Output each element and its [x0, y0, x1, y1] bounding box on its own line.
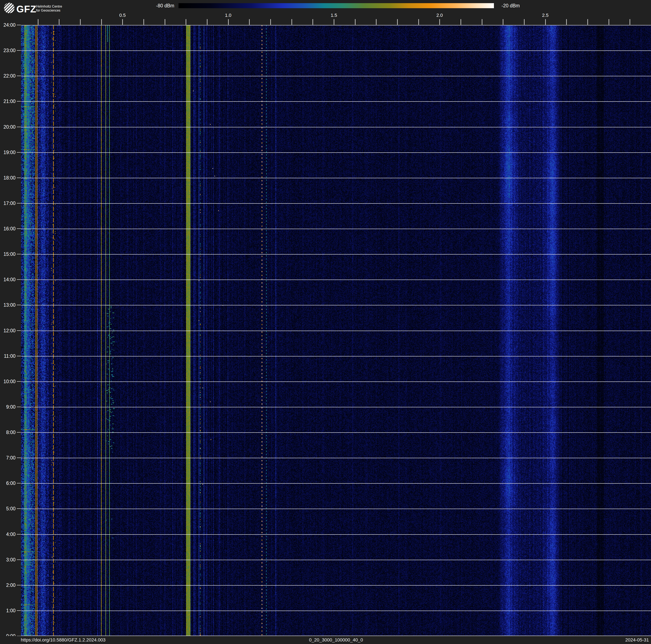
logo-tagline: Helmholtz Centre for Geosciences	[36, 4, 62, 12]
time-tick	[17, 585, 21, 585]
time-tick-label: 9:00	[0, 404, 16, 410]
time-tick	[17, 305, 21, 305]
time-tick	[17, 458, 21, 458]
colorbar-max-label: -20 dBm	[501, 3, 548, 8]
time-tick-label: 15:00	[0, 252, 16, 257]
time-tick-label: 18:00	[0, 175, 16, 180]
freq-minor-tick	[228, 19, 229, 25]
freq-minor-tick	[122, 19, 123, 25]
freq-minor-tick	[609, 19, 609, 25]
gfz-logo: GFZ Helmholtz Centre for Geosciences	[3, 2, 92, 15]
time-tick	[17, 610, 21, 611]
time-tick-label: 19:00	[0, 150, 16, 155]
footer: https://doi.org/10.5880/GFZ.1.2.2024.003…	[0, 636, 651, 644]
freq-tick-label: 1.5	[331, 12, 337, 18]
time-tick-label: 23:00	[0, 48, 16, 53]
time-tick	[17, 407, 21, 407]
spectrogram-canvas	[21, 25, 651, 636]
freq-minor-tick	[101, 19, 102, 25]
time-tick	[17, 381, 21, 382]
colorbar-min-label: -80 dBm	[134, 3, 174, 8]
time-tick-label: 13:00	[0, 302, 16, 308]
freq-tick-label: 2.5	[542, 12, 549, 18]
freq-minor-tick	[439, 19, 440, 25]
tagline-line2: for Geosciences	[36, 8, 62, 12]
freq-minor-tick	[207, 19, 208, 25]
time-tick	[17, 178, 21, 178]
freq-minor-tick	[524, 19, 525, 25]
freq-minor-tick	[376, 19, 376, 25]
freq-minor-tick	[312, 19, 313, 25]
time-tick	[17, 483, 21, 484]
freq-minor-tick	[80, 19, 81, 25]
time-tick-label: 11:00	[0, 353, 16, 359]
freq-minor-tick	[334, 19, 334, 25]
time-tick-label: 24:00	[0, 22, 16, 28]
time-tick	[17, 127, 21, 127]
freq-minor-tick	[291, 19, 292, 25]
time-tick	[17, 330, 21, 331]
freq-minor-tick	[59, 19, 59, 25]
gfz-globe-icon	[4, 2, 15, 13]
time-tick	[17, 152, 21, 153]
freq-minor-tick	[566, 19, 567, 25]
time-tick-label: 8:00	[0, 430, 16, 435]
time-tick-label: 3:00	[0, 557, 16, 562]
time-tick-label: 20:00	[0, 124, 16, 130]
dataset-filename: 0_20_3000_100000_40_0	[309, 636, 363, 644]
time-tick	[17, 229, 21, 229]
freq-minor-tick	[587, 19, 588, 25]
doi-link[interactable]: https://doi.org/10.5880/GFZ.1.2.2024.003	[21, 636, 105, 644]
time-tick-label: 6:00	[0, 480, 16, 486]
time-tick-label: 22:00	[0, 73, 16, 79]
time-tick-label: 4:00	[0, 531, 16, 537]
time-tick	[17, 203, 21, 203]
tagline-line1: Helmholtz Centre	[36, 4, 62, 8]
time-tick-label: 12:00	[0, 328, 16, 333]
time-tick	[17, 76, 21, 76]
time-tick-label: 16:00	[0, 226, 16, 231]
time-tick-label: 21:00	[0, 98, 16, 104]
time-tick-label: 17:00	[0, 201, 16, 206]
time-tick	[17, 356, 21, 356]
time-tick-label: 2:00	[0, 582, 16, 588]
time-tick	[17, 534, 21, 534]
time-tick	[17, 25, 21, 25]
colorbar-gradient	[179, 3, 494, 8]
time-tick	[17, 101, 21, 101]
freq-minor-tick	[270, 19, 271, 25]
freq-minor-tick	[38, 19, 38, 25]
freq-minor-tick	[503, 19, 503, 25]
freq-minor-tick	[629, 19, 630, 25]
time-tick	[17, 432, 21, 433]
time-tick	[17, 50, 21, 51]
time-tick-label: 14:00	[0, 277, 16, 282]
time-tick	[17, 254, 21, 254]
spectrogram-page: GFZ Helmholtz Centre for Geosciences -80…	[0, 0, 651, 644]
freq-minor-tick	[397, 19, 398, 25]
freq-minor-tick	[418, 19, 419, 25]
time-tick	[17, 279, 21, 280]
freq-tick-label: 1.0	[225, 12, 231, 18]
logo-text: GFZ	[17, 3, 36, 15]
time-tick-label: 7:00	[0, 455, 16, 461]
freq-minor-tick	[165, 19, 165, 25]
freq-minor-tick	[249, 19, 250, 25]
freq-minor-tick	[545, 19, 546, 25]
freq-minor-tick	[186, 19, 186, 25]
time-tick	[17, 508, 21, 509]
freq-minor-tick	[482, 19, 483, 25]
freq-tick-label: 0.5	[119, 12, 126, 18]
time-tick-label: 5:00	[0, 506, 16, 511]
time-tick-label: 1:00	[0, 608, 16, 613]
time-tick	[17, 559, 21, 560]
freq-tick-label: 2.0	[436, 12, 443, 18]
time-tick-label: 10:00	[0, 379, 16, 384]
freq-minor-tick	[355, 19, 355, 25]
freq-minor-tick	[144, 19, 144, 25]
freq-minor-tick	[461, 19, 461, 25]
date-label: 2024-05-31	[625, 636, 649, 644]
